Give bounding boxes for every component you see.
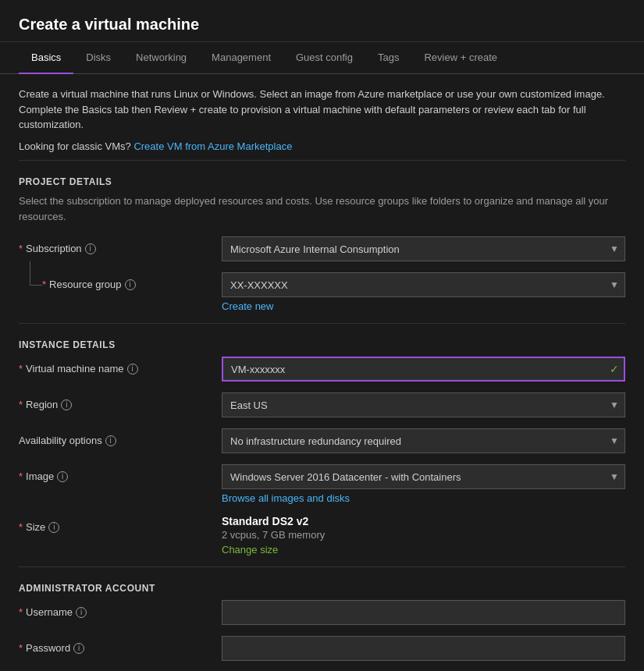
vm-name-info-icon[interactable]: i bbox=[127, 364, 138, 375]
password-row: * Password i bbox=[19, 636, 625, 661]
password-required: * bbox=[19, 642, 23, 654]
image-dropdown[interactable]: Windows Server 2016 Datacenter - with Co… bbox=[222, 464, 625, 489]
tab-tags[interactable]: Tags bbox=[365, 42, 411, 74]
username-control bbox=[222, 600, 625, 625]
password-info-icon[interactable]: i bbox=[73, 643, 84, 654]
password-input[interactable] bbox=[222, 636, 625, 661]
size-required: * bbox=[19, 521, 23, 533]
size-display: Standard DS2 v2 2 vcpus, 7 GB memory Cha… bbox=[222, 515, 625, 556]
create-new-link[interactable]: Create new bbox=[222, 300, 273, 312]
subscription-dropdown[interactable]: Microsoft Azure Internal Consumption bbox=[222, 236, 625, 261]
project-details-description: Select the subscription to manage deploy… bbox=[19, 193, 625, 224]
availability-options-dropdown[interactable]: No infrastructure redundancy required Av… bbox=[222, 428, 625, 453]
vm-name-required: * bbox=[19, 363, 23, 375]
tab-guest-config[interactable]: Guest config bbox=[283, 42, 365, 74]
instance-details-heading: INSTANCE DETAILS bbox=[19, 339, 625, 350]
availability-options-row: Availability options i No infrastructure… bbox=[19, 428, 625, 453]
project-details-heading: PROJECT DETAILS bbox=[19, 176, 625, 187]
vm-name-control: ✓ bbox=[222, 357, 625, 382]
subscription-control: Microsoft Azure Internal Consumption ▼ bbox=[222, 236, 625, 261]
image-control: Windows Server 2016 Datacenter - with Co… bbox=[222, 464, 625, 504]
vm-name-label: * Virtual machine name i bbox=[19, 357, 222, 375]
content-area: Create a virtual machine that runs Linux… bbox=[0, 74, 644, 671]
resource-group-dropdown[interactable]: XX-XXXXXX bbox=[222, 272, 625, 297]
resource-group-row: * Resource group i XX-XXXXXX ▼ Create ne… bbox=[19, 272, 625, 312]
image-row: * Image i Windows Server 2016 Datacenter… bbox=[19, 464, 625, 504]
availability-options-control: No infrastructure redundancy required Av… bbox=[222, 428, 625, 453]
vm-name-row: * Virtual machine name i ✓ bbox=[19, 357, 625, 382]
subscription-required: * bbox=[19, 243, 23, 254]
password-label: * Password i bbox=[19, 636, 222, 654]
region-label: * Region i bbox=[19, 392, 222, 410]
resource-group-label-container: * Resource group i bbox=[19, 272, 222, 290]
change-size-link[interactable]: Change size bbox=[222, 544, 278, 556]
browse-images-link[interactable]: Browse all images and disks bbox=[222, 492, 350, 504]
size-details: 2 vcpus, 7 GB memory bbox=[222, 529, 625, 541]
vm-name-valid-icon: ✓ bbox=[610, 363, 619, 375]
subscription-label: * Subscription i bbox=[19, 236, 222, 254]
image-required: * bbox=[19, 470, 23, 482]
tab-disks[interactable]: Disks bbox=[73, 42, 123, 74]
region-required: * bbox=[19, 399, 23, 410]
tab-basics[interactable]: Basics bbox=[19, 42, 73, 74]
availability-options-label: Availability options i bbox=[19, 428, 222, 446]
username-row: * Username i bbox=[19, 600, 625, 625]
image-info-icon[interactable]: i bbox=[57, 471, 68, 482]
tab-networking[interactable]: Networking bbox=[123, 42, 199, 74]
region-info-icon[interactable]: i bbox=[61, 399, 72, 410]
password-control bbox=[222, 636, 625, 661]
resource-group-required: * bbox=[42, 279, 46, 290]
username-input[interactable] bbox=[222, 600, 625, 625]
size-info-icon[interactable]: i bbox=[48, 522, 59, 533]
resource-group-control: XX-XXXXXX ▼ Create new bbox=[222, 272, 625, 312]
image-dropdown-wrapper: Windows Server 2016 Datacenter - with Co… bbox=[222, 464, 625, 489]
username-required: * bbox=[19, 606, 23, 618]
username-info-icon[interactable]: i bbox=[76, 607, 87, 618]
tabs-container: Basics Disks Networking Management Guest… bbox=[0, 42, 644, 74]
page-header: Create a virtual machine bbox=[0, 0, 644, 42]
subscription-row: * Subscription i Microsoft Azure Interna… bbox=[19, 236, 625, 261]
admin-account-heading: ADMINISTRATOR ACCOUNT bbox=[19, 583, 625, 594]
image-label: * Image i bbox=[19, 464, 222, 482]
region-control: East US East US 2 West US ▼ bbox=[222, 392, 625, 417]
resource-group-info-icon[interactable]: i bbox=[125, 279, 136, 290]
size-name: Standard DS2 v2 bbox=[222, 515, 625, 527]
vm-name-input[interactable] bbox=[222, 357, 625, 382]
region-row: * Region i East US East US 2 West US ▼ bbox=[19, 392, 625, 417]
tab-management[interactable]: Management bbox=[199, 42, 283, 74]
resource-group-label: * Resource group i bbox=[42, 272, 222, 290]
username-label: * Username i bbox=[19, 600, 222, 618]
availability-options-info-icon[interactable]: i bbox=[105, 435, 116, 446]
resource-group-dropdown-wrapper: XX-XXXXXX ▼ bbox=[222, 272, 625, 297]
page-container: Create a virtual machine Basics Disks Ne… bbox=[0, 0, 644, 671]
page-title: Create a virtual machine bbox=[19, 16, 625, 34]
description-text: Create a virtual machine that runs Linux… bbox=[19, 87, 625, 133]
tab-review-create[interactable]: Review + create bbox=[411, 42, 510, 74]
region-dropdown[interactable]: East US East US 2 West US bbox=[222, 392, 625, 417]
classic-vm-link[interactable]: Create VM from Azure Marketplace bbox=[133, 140, 292, 152]
vm-name-input-wrapper: ✓ bbox=[222, 357, 625, 382]
subscription-info-icon[interactable]: i bbox=[85, 243, 96, 254]
size-label: * Size i bbox=[19, 515, 222, 533]
classic-vm-text: Looking for classic VMs? Create VM from … bbox=[19, 139, 625, 154]
size-row: * Size i Standard DS2 v2 2 vcpus, 7 GB m… bbox=[19, 515, 625, 556]
